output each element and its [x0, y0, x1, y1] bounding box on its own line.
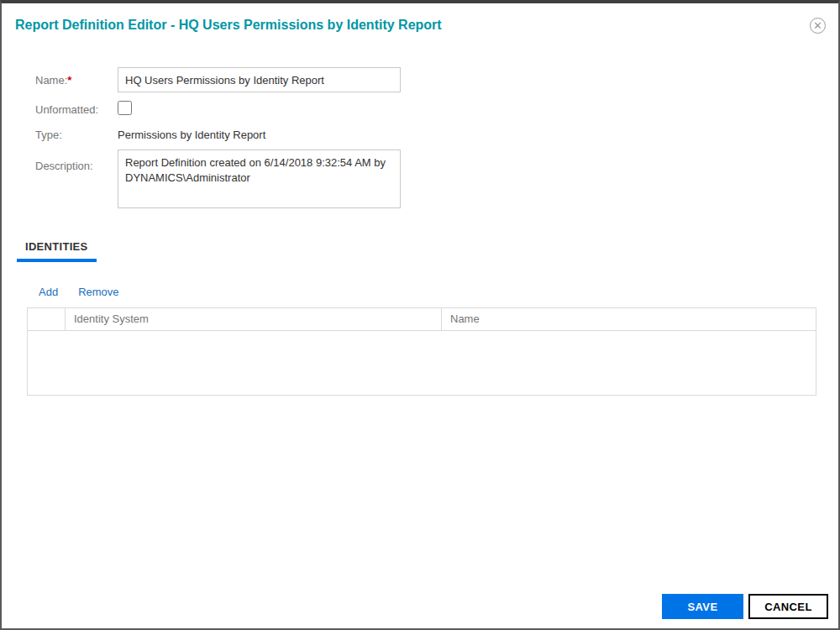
identities-table-body-empty: [27, 331, 816, 396]
page-title: Report Definition Editor - HQ Users Perm…: [15, 18, 442, 33]
column-header-select: [28, 308, 66, 330]
column-header-identity-system: Identity System: [66, 308, 442, 330]
cancel-button[interactable]: CANCEL: [748, 594, 828, 619]
close-icon[interactable]: ✕: [810, 18, 826, 34]
add-link[interactable]: Add: [39, 286, 58, 298]
description-label: Description:: [35, 151, 118, 172]
description-textarea[interactable]: Report Definition created on 6/14/2018 9…: [118, 150, 401, 208]
tab-identities[interactable]: IDENTITIES: [17, 237, 97, 262]
identities-toolbar: Add Remove: [39, 286, 119, 298]
type-label: Type:: [35, 129, 118, 141]
report-definition-editor-dialog: Report Definition Editor - HQ Users Perm…: [0, 0, 840, 630]
identities-table: Identity System Name: [27, 307, 816, 396]
required-marker: *: [67, 74, 71, 87]
remove-link[interactable]: Remove: [78, 286, 118, 298]
unformatted-label: Unformatted:: [35, 103, 118, 116]
column-header-name: Name: [442, 308, 816, 330]
name-input[interactable]: [118, 67, 401, 92]
name-label-text: Name:: [35, 74, 67, 87]
save-button[interactable]: SAVE: [662, 594, 743, 619]
dialog-footer: SAVE CANCEL: [662, 594, 828, 619]
tab-bar: IDENTITIES: [17, 237, 97, 262]
description-field-wrap: Report Definition created on 6/14/2018 9…: [118, 150, 401, 212]
name-field-wrap: [118, 67, 401, 92]
name-label: Name:*: [35, 74, 118, 87]
identities-table-header: Identity System Name: [27, 307, 816, 331]
type-value: Permissions by Identity Report: [118, 129, 401, 141]
unformatted-checkbox[interactable]: [118, 101, 132, 115]
report-definition-form: Name:* Unformatted: Type: Permissions by…: [35, 67, 401, 210]
unformatted-field-wrap: [118, 101, 401, 118]
